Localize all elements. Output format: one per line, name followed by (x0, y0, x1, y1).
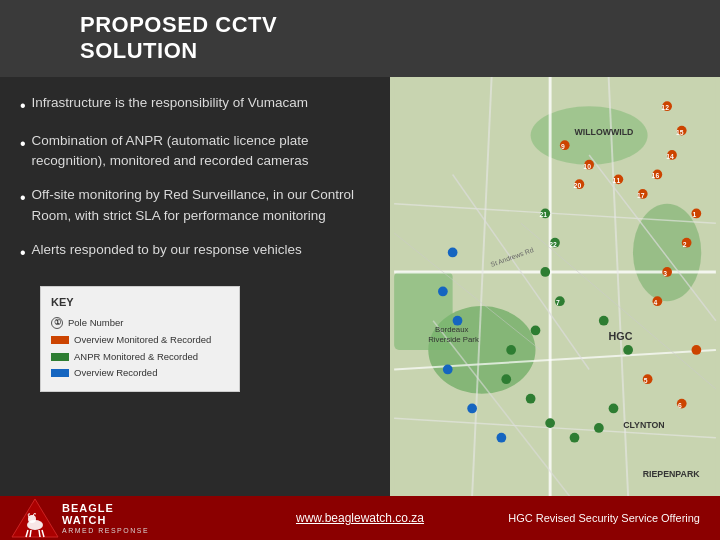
svg-point-41 (545, 418, 555, 428)
svg-point-50 (443, 364, 453, 374)
logo-armed-text: ARMED RESPONSE (62, 527, 149, 534)
svg-point-35 (540, 267, 550, 277)
svg-text:9: 9 (561, 143, 565, 150)
svg-point-44 (609, 403, 619, 413)
svg-text:Bordeaux: Bordeaux (435, 325, 468, 334)
svg-text:CLYNTON: CLYNTON (623, 420, 664, 430)
bullet-text: Off-site monitoring by Red Surveillance,… (32, 185, 370, 226)
bullet-icon: • (20, 94, 26, 117)
bullet-icon: • (20, 241, 26, 264)
content-area: • Infrastructure is the responsibility o… (0, 77, 720, 496)
legend-item: Overview Monitored & Recorded (51, 333, 229, 347)
svg-point-49 (453, 316, 463, 326)
map-panel: 12 15 14 16 17 11 10 9 20 21 22 7 1 2 3 … (390, 77, 720, 496)
svg-text:4: 4 (654, 299, 658, 306)
bullet-text: Infrastructure is the responsibility of … (32, 93, 308, 113)
svg-line-83 (39, 530, 40, 537)
svg-point-38 (506, 345, 516, 355)
left-panel: • Infrastructure is the responsibility o… (0, 77, 390, 496)
svg-point-39 (501, 374, 511, 384)
header: PROPOSED CCTV SOLUTION (0, 0, 720, 77)
svg-point-48 (438, 286, 448, 296)
legend-swatch-blue (51, 369, 69, 377)
svg-text:12: 12 (661, 104, 669, 111)
list-item: • Off-site monitoring by Red Surveillanc… (20, 185, 370, 226)
legend-swatch-orange (51, 336, 69, 344)
legend-label: Pole Number (68, 316, 123, 330)
svg-text:22: 22 (549, 240, 557, 247)
logo-text-group: BEAGLE WATCH ARMED RESPONSE (62, 502, 149, 534)
bullet-icon: • (20, 186, 26, 209)
legend-item: Overview Recorded (51, 366, 229, 380)
legend-label: ANPR Monitored & Recorded (74, 350, 198, 364)
svg-text:20: 20 (574, 182, 582, 189)
svg-point-40 (526, 394, 536, 404)
svg-point-43 (594, 423, 604, 433)
bullet-text: Alerts responded to by our response vehi… (32, 240, 302, 260)
svg-text:1: 1 (693, 211, 697, 218)
legend-label: Overview Recorded (74, 366, 157, 380)
svg-text:HGC: HGC (609, 330, 633, 342)
logo-beagle-text: BEAGLE (62, 502, 149, 514)
svg-text:14: 14 (666, 153, 674, 160)
legend-swatch-green (51, 353, 69, 361)
footer-tagline: HGC Revised Security Service Offering (508, 512, 700, 524)
legend-icon-circle: ① (51, 317, 63, 329)
svg-point-45 (623, 345, 633, 355)
svg-point-46 (599, 316, 609, 326)
legend-label: Overview Monitored & Recorded (74, 333, 211, 347)
page-title: PROPOSED CCTV SOLUTION (80, 12, 277, 65)
svg-text:7: 7 (556, 299, 560, 306)
bullet-text: Combination of ANPR (automatic licence p… (32, 131, 370, 172)
svg-point-47 (448, 247, 458, 257)
svg-text:16: 16 (652, 172, 660, 179)
beagle-watch-logo-icon (10, 497, 60, 539)
svg-text:Riverside Park: Riverside Park (428, 335, 479, 344)
svg-text:10: 10 (583, 162, 591, 169)
logo-area: BEAGLE WATCH ARMED RESPONSE (10, 497, 149, 539)
svg-text:11: 11 (613, 177, 621, 184)
svg-text:17: 17 (637, 192, 645, 199)
svg-text:6: 6 (678, 401, 682, 408)
legend-item: ANPR Monitored & Recorded (51, 350, 229, 364)
bullet-icon: • (20, 132, 26, 155)
svg-point-37 (531, 325, 541, 335)
legend-box: KEY ① Pole Number Overview Monitored & R… (40, 286, 240, 392)
footer-bar: BEAGLE WATCH ARMED RESPONSE www.beaglewa… (0, 496, 720, 540)
svg-line-82 (30, 530, 31, 537)
svg-point-80 (28, 515, 36, 523)
website-link[interactable]: www.beaglewatch.co.za (296, 511, 424, 525)
svg-point-42 (570, 433, 580, 443)
svg-point-32 (691, 345, 701, 355)
svg-point-51 (467, 403, 477, 413)
svg-text:21: 21 (540, 211, 548, 218)
svg-point-52 (497, 433, 507, 443)
logo-watch-text: WATCH (62, 514, 149, 526)
list-item: • Alerts responded to by our response ve… (20, 240, 370, 264)
legend-title: KEY (51, 295, 229, 311)
list-item: • Infrastructure is the responsibility o… (20, 93, 370, 117)
map-svg: 12 15 14 16 17 11 10 9 20 21 22 7 1 2 3 … (390, 77, 720, 496)
svg-text:15: 15 (676, 128, 684, 135)
svg-text:3: 3 (663, 270, 667, 277)
legend-item: ① Pole Number (51, 316, 229, 330)
svg-text:2: 2 (683, 240, 687, 247)
main-container: PROPOSED CCTV SOLUTION • Infrastructure … (0, 0, 720, 540)
svg-text:RIEPENPARK: RIEPENPARK (643, 469, 700, 479)
list-item: • Combination of ANPR (automatic licence… (20, 131, 370, 172)
svg-text:5: 5 (644, 377, 648, 384)
svg-text:WILLOWWILD: WILLOWWILD (574, 127, 633, 137)
